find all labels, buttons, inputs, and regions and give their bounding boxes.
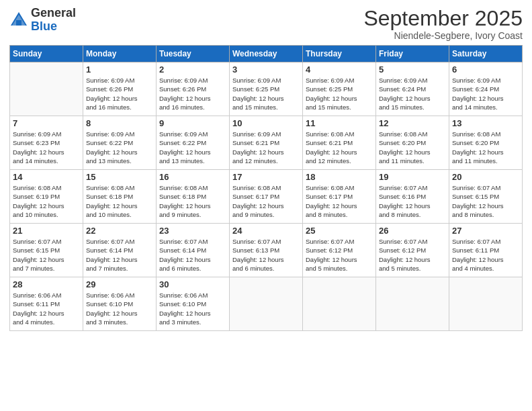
day-info: Sunrise: 6:06 AM Sunset: 6:10 PM Dayligh… (86, 291, 153, 326)
day-number: 1 (86, 64, 153, 75)
day-info: Sunrise: 6:09 AM Sunset: 6:22 PM Dayligh… (159, 130, 226, 165)
calendar-cell: 29Sunrise: 6:06 AM Sunset: 6:10 PM Dayli… (83, 277, 157, 331)
month-title: September 2025 (363, 7, 523, 30)
day-number: 23 (159, 226, 226, 236)
calendar-cell: 15Sunrise: 6:08 AM Sunset: 6:18 PM Dayli… (83, 170, 157, 224)
logo-icon (9, 11, 28, 30)
day-number: 2 (159, 64, 226, 75)
day-number: 15 (86, 172, 153, 182)
day-number: 28 (13, 279, 80, 289)
day-info: Sunrise: 6:06 AM Sunset: 6:11 PM Dayligh… (13, 291, 80, 326)
day-number: 20 (452, 172, 519, 182)
calendar-cell: 3Sunrise: 6:09 AM Sunset: 6:25 PM Daylig… (230, 62, 303, 116)
calendar-cell: 4Sunrise: 6:09 AM Sunset: 6:25 PM Daylig… (303, 62, 376, 116)
header-wednesday: Wednesday (230, 46, 303, 62)
calendar-cell: 12Sunrise: 6:08 AM Sunset: 6:20 PM Dayli… (376, 116, 449, 170)
day-info: Sunrise: 6:08 AM Sunset: 6:19 PM Dayligh… (13, 183, 80, 219)
day-number: 13 (452, 118, 519, 128)
day-number: 3 (232, 64, 300, 75)
calendar-cell: 30Sunrise: 6:06 AM Sunset: 6:10 PM Dayli… (157, 277, 230, 331)
day-number: 5 (379, 64, 446, 75)
calendar-cell: 11Sunrise: 6:08 AM Sunset: 6:21 PM Dayli… (303, 116, 376, 170)
calendar-week-3: 21Sunrise: 6:07 AM Sunset: 6:15 PM Dayli… (10, 224, 523, 277)
day-info: Sunrise: 6:07 AM Sunset: 6:12 PM Dayligh… (306, 237, 373, 273)
calendar-table: Sunday Monday Tuesday Wednesday Thursday… (9, 45, 523, 331)
calendar-cell: 13Sunrise: 6:08 AM Sunset: 6:20 PM Dayli… (449, 116, 523, 170)
calendar-cell: 28Sunrise: 6:06 AM Sunset: 6:11 PM Dayli… (10, 277, 83, 331)
calendar-cell (10, 62, 83, 116)
day-info: Sunrise: 6:08 AM Sunset: 6:21 PM Dayligh… (306, 130, 373, 165)
day-number: 14 (13, 172, 80, 182)
day-number: 22 (86, 226, 153, 236)
calendar-cell: 14Sunrise: 6:08 AM Sunset: 6:19 PM Dayli… (10, 170, 83, 224)
header-friday: Friday (376, 46, 449, 62)
day-number: 11 (306, 118, 373, 128)
day-info: Sunrise: 6:08 AM Sunset: 6:18 PM Dayligh… (159, 183, 226, 219)
day-info: Sunrise: 6:08 AM Sunset: 6:17 PM Dayligh… (306, 183, 373, 219)
day-number: 27 (452, 226, 519, 236)
day-number: 4 (306, 64, 373, 75)
day-info: Sunrise: 6:06 AM Sunset: 6:10 PM Dayligh… (159, 291, 226, 326)
day-info: Sunrise: 6:07 AM Sunset: 6:14 PM Dayligh… (86, 237, 153, 273)
calendar-cell: 26Sunrise: 6:07 AM Sunset: 6:12 PM Dayli… (376, 224, 449, 277)
day-info: Sunrise: 6:09 AM Sunset: 6:21 PM Dayligh… (232, 130, 300, 165)
day-info: Sunrise: 6:07 AM Sunset: 6:16 PM Dayligh… (379, 183, 446, 219)
location-title: Niendele-Segbere, Ivory Coast (363, 30, 523, 41)
day-number: 10 (232, 118, 300, 128)
calendar-cell: 18Sunrise: 6:08 AM Sunset: 6:17 PM Dayli… (303, 170, 376, 224)
header: General Blue September 2025 Niendele-Seg… (9, 7, 523, 41)
calendar-cell (230, 277, 303, 331)
calendar-cell: 2Sunrise: 6:09 AM Sunset: 6:26 PM Daylig… (157, 62, 230, 116)
day-number: 8 (86, 118, 153, 128)
day-number: 6 (452, 64, 519, 75)
header-tuesday: Tuesday (157, 46, 230, 62)
calendar-cell (303, 277, 376, 331)
day-info: Sunrise: 6:09 AM Sunset: 6:23 PM Dayligh… (13, 130, 80, 165)
day-number: 19 (379, 172, 446, 182)
calendar-cell: 24Sunrise: 6:07 AM Sunset: 6:13 PM Dayli… (230, 224, 303, 277)
svg-rect-2 (16, 20, 21, 26)
day-number: 7 (13, 118, 80, 128)
day-number: 18 (306, 172, 373, 182)
calendar-cell: 16Sunrise: 6:08 AM Sunset: 6:18 PM Dayli… (157, 170, 230, 224)
calendar-cell: 7Sunrise: 6:09 AM Sunset: 6:23 PM Daylig… (10, 116, 83, 170)
day-number: 12 (379, 118, 446, 128)
day-number: 30 (159, 279, 226, 289)
calendar-cell: 17Sunrise: 6:08 AM Sunset: 6:17 PM Dayli… (230, 170, 303, 224)
day-number: 29 (86, 279, 153, 289)
day-info: Sunrise: 6:09 AM Sunset: 6:22 PM Dayligh… (86, 130, 153, 165)
calendar-cell: 9Sunrise: 6:09 AM Sunset: 6:22 PM Daylig… (157, 116, 230, 170)
day-number: 16 (159, 172, 226, 182)
day-number: 21 (13, 226, 80, 236)
calendar-week-2: 14Sunrise: 6:08 AM Sunset: 6:19 PM Dayli… (10, 170, 523, 224)
logo-blue-text: Blue (31, 20, 76, 34)
calendar-cell: 27Sunrise: 6:07 AM Sunset: 6:11 PM Dayli… (449, 224, 523, 277)
day-number: 25 (306, 226, 373, 236)
calendar-header-row: Sunday Monday Tuesday Wednesday Thursday… (10, 46, 523, 62)
day-info: Sunrise: 6:09 AM Sunset: 6:25 PM Dayligh… (306, 76, 373, 111)
header-sunday: Sunday (10, 46, 83, 62)
calendar-cell: 5Sunrise: 6:09 AM Sunset: 6:24 PM Daylig… (376, 62, 449, 116)
day-info: Sunrise: 6:09 AM Sunset: 6:24 PM Dayligh… (379, 76, 446, 111)
calendar-cell: 19Sunrise: 6:07 AM Sunset: 6:16 PM Dayli… (376, 170, 449, 224)
day-number: 24 (232, 226, 300, 236)
calendar-cell (376, 277, 449, 331)
calendar-cell (449, 277, 523, 331)
day-info: Sunrise: 6:07 AM Sunset: 6:12 PM Dayligh… (379, 237, 446, 273)
day-info: Sunrise: 6:09 AM Sunset: 6:25 PM Dayligh… (232, 76, 300, 111)
calendar-cell: 20Sunrise: 6:07 AM Sunset: 6:15 PM Dayli… (449, 170, 523, 224)
logo-text: General Blue (31, 7, 76, 34)
day-info: Sunrise: 6:07 AM Sunset: 6:13 PM Dayligh… (232, 237, 300, 273)
calendar-cell: 21Sunrise: 6:07 AM Sunset: 6:15 PM Dayli… (10, 224, 83, 277)
calendar-cell: 23Sunrise: 6:07 AM Sunset: 6:14 PM Dayli… (157, 224, 230, 277)
calendar-cell: 1Sunrise: 6:09 AM Sunset: 6:26 PM Daylig… (83, 62, 157, 116)
day-number: 17 (232, 172, 300, 182)
day-info: Sunrise: 6:07 AM Sunset: 6:14 PM Dayligh… (159, 237, 226, 273)
day-info: Sunrise: 6:08 AM Sunset: 6:17 PM Dayligh… (232, 183, 300, 219)
logo-general-text: General (31, 7, 76, 20)
calendar-week-1: 7Sunrise: 6:09 AM Sunset: 6:23 PM Daylig… (10, 116, 523, 170)
day-info: Sunrise: 6:08 AM Sunset: 6:18 PM Dayligh… (86, 183, 153, 219)
calendar-cell: 8Sunrise: 6:09 AM Sunset: 6:22 PM Daylig… (83, 116, 157, 170)
day-info: Sunrise: 6:09 AM Sunset: 6:26 PM Dayligh… (159, 76, 226, 111)
day-info: Sunrise: 6:08 AM Sunset: 6:20 PM Dayligh… (452, 130, 519, 165)
